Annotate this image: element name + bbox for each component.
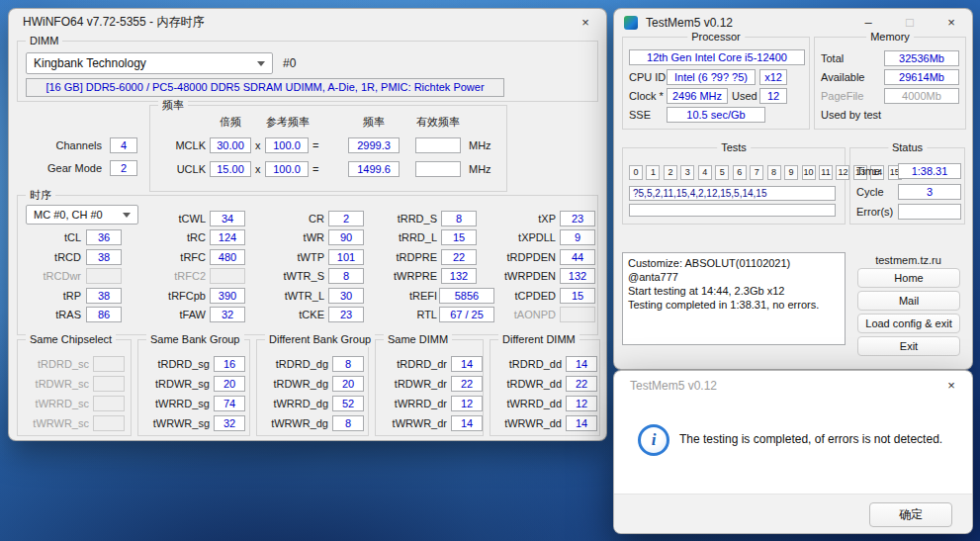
test-log: Customize: ABSOLUT(01102021) @anta777 St… [622,252,846,345]
timing-value: 12 [451,396,483,411]
hwinfo-close-icon[interactable]: × [565,9,606,36]
exit-button[interactable]: Exit [857,336,960,356]
timing-label: tWR [259,229,324,245]
test-cell: 1 [646,165,660,180]
timing-value: 90 [328,229,364,245]
freq-header-frequency: 频率 [348,114,400,130]
timing-label: tRCDwr [20,268,81,284]
memory-controller-select[interactable]: MC #0, CH #0 [26,205,138,225]
timing-label: tCL [20,229,81,245]
timing-label: tWRRD_dg [259,396,328,411]
used-value: 12 [759,88,787,104]
timing-label: tWRPRE [368,268,437,284]
timing-value: 2 [328,211,364,226]
dialog-close-icon[interactable]: × [931,371,972,401]
dimm-module-value: Kingbank Technology [34,56,146,70]
timing-value: 390 [210,288,245,304]
same-dimm-group: Same DIMM tRDRD_dr 14 tRDWR_dr 22 tWRRD_… [375,339,484,436]
group-caption: Different DIMM [498,332,579,347]
desktop: HWiNFO64 v7.72-5355 - 内存时序 × DIMM Kingba… [0,0,980,541]
sse-value: 10.5 sec/Gb [667,107,765,123]
timing-label: tRDPRE [368,249,437,265]
timing-label: tWRRD_sg [140,396,210,411]
load-config-exit-button[interactable]: Load config & exit [857,314,960,333]
same-chipselect-group: Same Chipselect tRDRD_sc tRDWR_sc tWRRD_… [17,339,132,436]
timing-label: tRDWR_dg [259,376,328,392]
status-cycle-value: 3 [898,184,961,200]
timing-value: 8 [332,356,364,372]
memory-pagefile-label: PageFile [821,88,863,104]
timing-value: 22 [441,249,477,265]
hwinfo-title: HWiNFO64 v7.72-5355 - 内存时序 [9,14,565,31]
website-label: testmem.tz.ru [851,252,965,268]
timing-value [93,396,125,411]
timing-value: 74 [214,396,245,411]
timings-group: 时序 MC #0, CH #0 tCL 36 tRCD 38 tRCDwr tR… [17,195,598,335]
processor-group: Processor 12th Gen Intel Core i5-12400 C… [622,37,810,130]
testmem-title: TestMem5 v0.12 [638,16,847,30]
timing-value: 101 [328,249,364,265]
memory-controller-value: MC #0, CH #0 [34,209,103,221]
channels-label: Channels [35,137,102,153]
timing-value: 14 [566,415,597,431]
timing-value: 14 [566,356,597,372]
chevron-down-icon [123,213,131,218]
gear-mode-label: Gear Mode [35,160,102,176]
timing-value: 8 [332,415,364,431]
tests-group-caption: Tests [717,140,751,155]
home-button[interactable]: Home [857,268,960,288]
timing-label: tRDPDEN [487,249,556,265]
timing-label: tRRD_S [368,211,437,226]
test-cell: 6 [733,165,747,180]
same-bank-group-group: Same Bank Group tRDRD_sg 16 tRDWR_sg 20 … [137,339,250,436]
freq-times-sign: x [255,161,261,177]
dialog-button-strip: 确定 [614,494,972,533]
timing-label: tCKE [259,307,324,322]
timing-value: 23 [328,307,364,322]
cpuid-value: Intel (6 ?9? ?5) [667,69,756,85]
timing-label: tRDWR_sc [20,376,89,392]
info-icon: i [638,424,669,456]
cpu-name-value: 12th Gen Intel Core i5-12400 [629,49,805,65]
test-cell: 4 [698,165,712,180]
dimm-group: DIMM Kingbank Technology #0 [16 GB] DDR5… [17,41,598,102]
channels-value: 4 [110,137,137,153]
timing-label: tRDWR_sg [140,376,210,392]
status-time-value: 1:38.31 [898,163,961,179]
mail-button[interactable]: Mail [857,291,960,311]
timing-label: tREFI [368,288,437,304]
timing-label: tRDRD_dd [492,356,562,372]
timing-label: tXP [487,211,556,226]
test-cell: 10 [802,165,816,180]
testmem-close-icon[interactable]: × [931,9,972,36]
timing-value: 23 [560,211,595,226]
test-cell: 12 [836,165,849,180]
dimm-group-caption: DIMM [26,34,62,48]
status-errors-label: Error(s) [856,204,893,220]
ok-button[interactable]: 确定 [869,502,952,527]
frequency-group: 频率 倍频 参考频率 频率 有效频率 MCLK 30.00 x 100.0 = … [149,105,507,192]
timing-value: 8 [328,268,364,284]
log-line: Customize: ABSOLUT(01102021) @anta777 [628,256,840,284]
uclk-reference: 100.0 [265,161,309,177]
cpuid-core-count: x12 [759,69,787,85]
timing-label: tXPDLL [487,229,556,245]
timing-value: 38 [86,288,122,304]
different-dimm-group: Different DIMM tRDRD_dd 14 tRDWR_dd 22 t… [490,339,600,436]
timing-value [93,415,125,431]
timing-label: tAONPD [487,307,556,322]
memory-total-label: Total [821,50,844,66]
group-caption: Same Chipselect [26,332,116,347]
dimm-module-select[interactable]: Kingbank Technology [26,52,273,74]
log-line: Testing completed in 1:38.31, no errors. [628,298,840,312]
freq-times-sign: x [255,137,261,153]
timing-label: tRDWR_dr [378,376,447,392]
status-cycle-label: Cycle [856,184,884,200]
timing-label: tRP [20,288,81,304]
timing-value: 44 [560,249,595,265]
memory-group-caption: Memory [866,30,914,45]
timing-label: tWRWR_dr [378,415,447,431]
used-label: Used [732,88,757,104]
timing-value: 22 [566,376,597,392]
timing-label: tWRRD_dd [492,396,562,411]
